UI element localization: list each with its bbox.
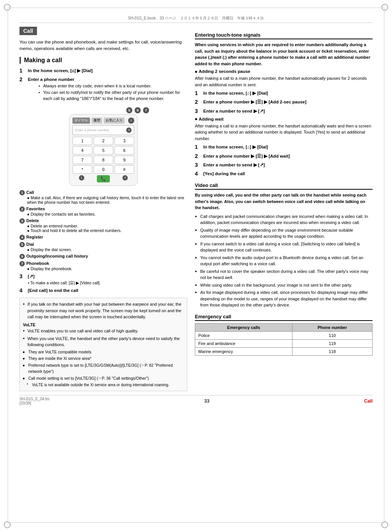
page-label-right: Call [364, 398, 373, 404]
legend-num-2: 2 [19, 206, 25, 212]
making-a-call-label: Making a call [24, 57, 62, 63]
key-2: 2 [93, 137, 113, 145]
phone-diagram-area: 5 6 7 ダイヤル 履歴 お気に入り [19, 107, 187, 186]
adding-wait-step-1-text: In the home screen, [⌂] ▶ [Dial] [203, 144, 268, 150]
legend-2: 2Favorites ● Display the contacts set as… [19, 206, 187, 216]
video-bullet-7: As for image displayed during a video ca… [195, 289, 373, 308]
legend-4: 4Register [19, 234, 187, 240]
emergency-title: Emergency call [195, 314, 231, 319]
step-1-num: 1 [19, 68, 26, 74]
legend-2-title: Favorites [26, 206, 45, 211]
add2sec-step-1-text: In the home screen, [⌂] ▶ [Dial] [203, 90, 268, 97]
emergency-table: Emergency calls Phone number Police 110 … [195, 323, 373, 356]
add2sec-step-1: 1 In the home screen, [⌂] ▶ [Dial] [195, 90, 373, 97]
add2sec-step-3-num: 3 [195, 108, 202, 114]
volte-sq-4-text: Call mode setting is set to [VoLTE/3G] (… [28, 376, 149, 380]
video-bullet-3: If you cannot switch to a video call dur… [195, 241, 373, 253]
legend-3-desc1: ● Delete an entered number. [27, 224, 187, 228]
call-button: 📞 [97, 175, 110, 182]
step-4-text: [End call] to end the call [28, 287, 78, 294]
adding-wait-step-2-num: 2 [195, 153, 202, 159]
video-bullet-1: Call charges and packet communication ch… [195, 213, 373, 226]
right-column: Entering touch-tone signals When using s… [195, 27, 373, 391]
add2sec-step-2: 2 Enter a phone number ▶ [☰] ▶ [Add 2-se… [195, 99, 373, 105]
emergency-row-fire: Fire and ambulance 119 [195, 339, 373, 347]
add2sec-step-1-num: 1 [195, 90, 202, 96]
add2sec-body-text: After making a call to a main phone numb… [195, 76, 367, 87]
adding-wait-step-1: 1 In the home screen, [⌂] ▶ [Dial] [195, 144, 373, 150]
key-hash: # [114, 165, 134, 174]
step-3-num: 3 [19, 273, 26, 279]
step-4-num: 4 [19, 287, 26, 293]
add2sec-step-2-text: Enter a phone number ▶ [☰] ▶ [Add 2-sec … [203, 99, 307, 105]
phone-image: ダイヤル 履歴 お気に入り 2 Enter a phone number 3 [69, 114, 138, 186]
add2sec-body: After making a call to a main phone numb… [195, 75, 373, 88]
section-title: Call [19, 27, 37, 35]
video-bullet-5: Be careful not to cover the speaker sect… [195, 268, 373, 281]
video-call-heading: Video call [195, 182, 373, 190]
note-bullet-1: If you talk on the handset with your hai… [23, 301, 184, 320]
step-2-bullet-2: You can set to notify/not to notify the … [39, 89, 187, 102]
intro-text-content: You can use the phone and phonebook, and… [19, 40, 182, 51]
legend-5: 5Dial ● Display the dial screen. [19, 242, 187, 252]
emergency-number-police: 110 [292, 331, 373, 339]
volte-asterisk: * VoLTE is not available outside the Xi … [27, 382, 184, 388]
adding-wait-body: After making a call to a main phone numb… [195, 123, 373, 142]
volte-bullet-2: When you use VoLTE, the handset and the … [23, 335, 184, 348]
badge-4: 4 [122, 175, 128, 181]
legend-num-7: 7 [19, 261, 25, 266]
volte-title-text: VoLTE [23, 322, 35, 327]
note-bullet-1-text: If you talk on the handset with your hai… [27, 302, 182, 319]
volte-bullet-1-text: VoLTE enables you to use call and video … [27, 329, 138, 333]
adding-wait-step-3-text: Enter a number to send ▶ [↗] [203, 162, 265, 168]
badge-6: 6 [135, 107, 141, 113]
emergency-name-fire: Fire and ambulance [195, 339, 292, 347]
step-2: 2 Enter a phone number Always enter the … [19, 76, 187, 105]
section-title-text: Call [23, 28, 33, 34]
video-call-bullets: Call charges and packet communication ch… [195, 213, 373, 308]
legend-num-1: 1 [19, 190, 25, 195]
legend-4-title: Register [26, 235, 43, 239]
adding-wait-step-2: 2 Enter a phone number ▶ [☰] ▶ [Add wait… [195, 153, 373, 160]
adding-wait-step-3-num: 3 [195, 162, 202, 168]
volte-bullet-2-text: When you use VoLTE, the handset and the … [27, 336, 180, 347]
step-2-num: 2 [19, 76, 26, 82]
video-bullet-6: While using video call in the background… [195, 282, 373, 289]
emergency-number-marine: 118 [292, 347, 373, 355]
step-2-bullets: Always enter the city code, even when it… [39, 83, 187, 102]
adding-wait-step-2-text: Enter a phone number ▶ [☰] ▶ [Add wait] [203, 153, 290, 160]
legend-7: 7Phonebook ● Display the phonebook. [19, 261, 187, 271]
top-bar: SH-01G_E.book 33 ページ ２０１４年９月２９日 月曜日 午後３時… [19, 16, 373, 23]
video-call-bold-text: By using video call, you and the other p… [195, 193, 366, 210]
legend-2-desc: ● Display the contacts set as favorites. [27, 212, 187, 216]
legend-num-3: 3 [19, 218, 25, 224]
making-a-call-title: Making a call [19, 57, 187, 64]
volte-sq-1: They are VoLTE compatible models [23, 349, 184, 355]
legend-6-title: Outgoing/Incoming call history [26, 254, 88, 258]
key-star: * [72, 165, 92, 174]
badge-1: 1 [79, 175, 84, 181]
add2sec-step-3-text: Enter a number to send ▶ [↗] [203, 108, 265, 114]
legend-6: 6Outgoing/Incoming call history [19, 253, 187, 259]
legend-num-6: 6 [19, 254, 25, 259]
bottom-bar: SH-01G_E_04.fm [33/39] 33 Call [19, 395, 373, 405]
volte-sq-2-text: They are inside the Xi service area* [28, 356, 92, 361]
emergency-heading: Emergency call [195, 314, 373, 321]
add2sec-heading: Adding 2 seconds pause [195, 69, 373, 74]
touch-tone-heading: Entering touch-tone signals [195, 32, 373, 39]
emergency-name-marine: Marine emergency [195, 347, 292, 355]
legend-5-title: Dial [26, 242, 34, 247]
legend-1-desc: ● Make a call. Also, if there are outgoi… [27, 195, 187, 205]
touch-tone-bold-text: When using services in which you are req… [195, 42, 370, 66]
intro-text: You can use the phone and phonebook, and… [19, 39, 187, 52]
video-bullet-2: Quality of image may differ depending on… [195, 227, 373, 240]
video-call-bold: By using video call, you and the other p… [195, 192, 373, 211]
legend-3: 3Delete ● Delete an entered number. ● To… [19, 218, 187, 233]
adding-wait-body-text: After making a call to a main phone numb… [195, 124, 371, 141]
legend-5-desc: ● Display the dial screen. [27, 247, 187, 252]
key-4: 4 [72, 146, 92, 155]
phone-bottom-row: 1 📞 4 [72, 175, 134, 182]
key-0: 0 [93, 165, 113, 174]
emergency-name-police: Police [195, 331, 292, 339]
key-6: 6 [114, 146, 134, 155]
